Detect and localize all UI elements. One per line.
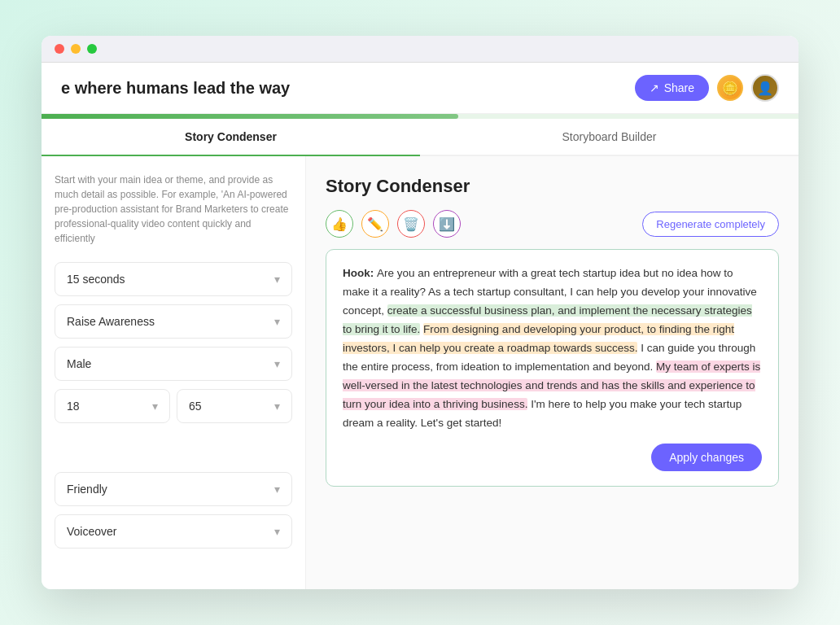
like-button[interactable]: 👍: [326, 210, 353, 238]
voiceover-chevron: ▾: [274, 525, 280, 538]
sidebar-spacer: [55, 431, 292, 464]
like-icon: 👍: [331, 216, 348, 232]
toolbar-icons: 👍 ✏️ 🗑️ ⬇️: [326, 210, 461, 238]
age-max-chevron: ▾: [274, 400, 280, 413]
hook-prefix: Hook:: [343, 267, 377, 279]
content-area: Story Condenser 👍 ✏️ 🗑️ ⬇️: [306, 156, 798, 589]
duration-chevron: ▾: [274, 273, 280, 286]
gender-field[interactable]: Male ▾: [55, 347, 292, 381]
age-range-row: 18 ▾ 65 ▾: [55, 389, 292, 423]
tone-chevron: ▾: [274, 483, 280, 496]
duration-field[interactable]: 15 seconds ▾: [55, 262, 292, 296]
goal-chevron: ▾: [274, 315, 280, 328]
age-max-field[interactable]: 65 ▾: [177, 389, 292, 423]
tabs: Story Condenser Storyboard Builder: [42, 119, 798, 156]
header-actions: ↗ Share 🪙 👤: [635, 74, 779, 102]
coins-avatar: 🪙: [717, 75, 743, 101]
age-max-label: 65: [189, 400, 202, 413]
delete-icon: 🗑️: [403, 216, 419, 232]
sidebar: Start with your main idea or theme, and …: [42, 156, 306, 589]
voiceover-label: Voiceover: [67, 525, 116, 538]
tab-story-condenser[interactable]: Story Condenser: [42, 119, 420, 156]
gender-label: Male: [67, 357, 91, 370]
share-button[interactable]: ↗ Share: [635, 75, 709, 101]
age-min-label: 18: [67, 400, 80, 413]
tab-storyboard-builder[interactable]: Storyboard Builder: [420, 119, 798, 156]
page-title: e where humans lead the way: [61, 79, 290, 98]
apply-changes-button[interactable]: Apply changes: [651, 444, 762, 471]
share-label: Share: [664, 81, 694, 94]
story-text-box[interactable]: Hook: Are you an entrepreneur with a gre…: [326, 249, 779, 487]
voiceover-field[interactable]: Voiceover ▾: [55, 514, 292, 549]
edit-button[interactable]: ✏️: [361, 210, 389, 238]
duration-label: 15 seconds: [67, 273, 125, 286]
goal-field[interactable]: Raise Awareness ▾: [55, 304, 292, 339]
tone-label: Friendly: [67, 483, 107, 496]
progress-bar: [42, 114, 798, 119]
goal-label: Raise Awareness: [67, 315, 155, 328]
age-min-field[interactable]: 18 ▾: [55, 389, 170, 423]
share-icon: ↗: [650, 81, 659, 94]
apply-btn-row: Apply changes: [343, 444, 762, 471]
regenerate-button[interactable]: Regenerate completely: [642, 212, 779, 237]
story-condenser-title: Story Condenser: [326, 176, 779, 197]
age-min-chevron: ▾: [152, 400, 158, 413]
main-content: Start with your main idea or theme, and …: [42, 156, 798, 589]
header: e where humans lead the way ↗ Share 🪙 👤: [42, 63, 798, 114]
download-icon: ⬇️: [439, 216, 455, 232]
edit-icon: ✏️: [367, 216, 383, 232]
user-avatar[interactable]: 👤: [751, 74, 779, 102]
apply-label: Apply changes: [669, 451, 744, 464]
minimize-dot: [71, 44, 81, 54]
tone-field[interactable]: Friendly ▾: [55, 472, 292, 506]
sidebar-description: Start with your main idea or theme, and …: [55, 173, 292, 246]
close-dot: [55, 44, 64, 54]
gender-chevron: ▾: [274, 357, 280, 370]
progress-fill: [42, 114, 458, 119]
delete-button[interactable]: 🗑️: [397, 210, 425, 238]
regenerate-label: Regenerate completely: [656, 218, 765, 230]
fullscreen-dot: [87, 44, 97, 54]
download-button[interactable]: ⬇️: [433, 210, 461, 238]
story-toolbar: 👍 ✏️ 🗑️ ⬇️ Regenerate completely: [326, 210, 779, 238]
browser-chrome: [42, 36, 798, 63]
